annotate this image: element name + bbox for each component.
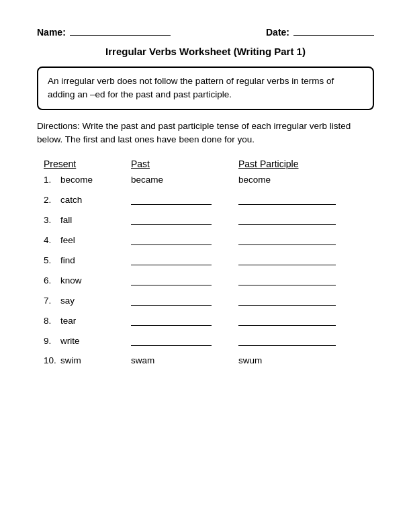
verb-present: become xyxy=(60,175,131,185)
verb-past-participle xyxy=(238,194,374,205)
table-row: 2.catch xyxy=(37,194,374,205)
verb-past xyxy=(131,255,238,265)
past-blank[interactable] xyxy=(131,194,212,205)
pp-blank[interactable] xyxy=(238,255,336,265)
date-input-line xyxy=(293,35,374,36)
pp-blank[interactable] xyxy=(238,295,336,306)
verb-number: 8. xyxy=(44,316,60,326)
name-field: Name: xyxy=(37,27,171,38)
pp-blank[interactable] xyxy=(238,194,336,205)
verb-number: 5. xyxy=(44,255,60,265)
table-row: 4.feel xyxy=(37,234,374,245)
verb-past xyxy=(131,234,238,245)
verb-past xyxy=(131,214,238,225)
name-input-line xyxy=(70,35,171,36)
verb-past-participle xyxy=(238,295,374,306)
table-row: 3.fall xyxy=(37,214,374,225)
verb-present: swim xyxy=(60,355,131,365)
verb-past-participle xyxy=(238,275,374,285)
column-header-past-participle: Past Participle xyxy=(238,159,374,169)
verb-past-participle xyxy=(238,255,374,265)
pp-blank[interactable] xyxy=(238,275,336,285)
verb-present: catch xyxy=(60,195,131,205)
column-header-present: Present xyxy=(44,159,131,169)
past-blank[interactable] xyxy=(131,275,212,285)
verb-number: 7. xyxy=(44,296,60,306)
info-box: An irregular verb does not follow the pa… xyxy=(37,66,374,110)
verb-past-participle xyxy=(238,214,374,225)
past-blank[interactable] xyxy=(131,295,212,306)
past-blank[interactable] xyxy=(131,214,212,225)
verb-past-participle: swum xyxy=(238,355,374,365)
table-row: 6.know xyxy=(37,275,374,285)
verb-number: 10. xyxy=(44,355,60,365)
pp-blank[interactable] xyxy=(238,335,336,346)
page-title: Irregular Verbs Worksheet (Writing Part … xyxy=(37,46,374,57)
pp-blank[interactable] xyxy=(238,315,336,326)
pp-blank[interactable] xyxy=(238,214,336,225)
table-row: 1.becomebecamebecome xyxy=(37,175,374,185)
verb-present: know xyxy=(60,275,131,285)
verb-past-participle: become xyxy=(238,175,374,185)
verb-number: 6. xyxy=(44,275,60,285)
table-row: 9.write xyxy=(37,335,374,346)
past-blank[interactable] xyxy=(131,315,212,326)
directions-text: Directions: Write the past and past part… xyxy=(37,120,374,147)
column-header-past: Past xyxy=(131,159,238,169)
verb-past xyxy=(131,275,238,285)
verb-past: became xyxy=(131,175,238,185)
past-blank[interactable] xyxy=(131,234,212,245)
verb-present: feel xyxy=(60,235,131,245)
verb-past xyxy=(131,194,238,205)
verb-present: find xyxy=(60,255,131,265)
past-blank[interactable] xyxy=(131,255,212,265)
table-row: 5.find xyxy=(37,255,374,265)
pp-blank[interactable] xyxy=(238,234,336,245)
verb-past: swam xyxy=(131,355,238,365)
verb-number: 2. xyxy=(44,195,60,205)
verb-present: say xyxy=(60,296,131,306)
verb-number: 3. xyxy=(44,215,60,225)
past-blank[interactable] xyxy=(131,335,212,346)
table-row: 7.say xyxy=(37,295,374,306)
verb-number: 9. xyxy=(44,336,60,346)
verb-past xyxy=(131,335,238,346)
verb-past-participle xyxy=(238,234,374,245)
table-row: 8.tear xyxy=(37,315,374,326)
verb-present: tear xyxy=(60,316,131,326)
verbs-list: 1.becomebecamebecome2.catch3.fall4.feel5… xyxy=(37,175,374,365)
verb-past xyxy=(131,295,238,306)
table-row: 10.swimswamswum xyxy=(37,355,374,365)
verb-past-participle xyxy=(238,315,374,326)
verb-present: fall xyxy=(60,215,131,225)
date-label: Date: xyxy=(266,27,289,38)
table-header: Present Past Past Participle xyxy=(37,159,374,169)
verb-number: 1. xyxy=(44,175,60,185)
verb-past xyxy=(131,315,238,326)
verb-present: write xyxy=(60,336,131,346)
name-label: Name: xyxy=(37,27,66,38)
verb-number: 4. xyxy=(44,235,60,245)
date-field: Date: xyxy=(266,27,374,38)
header: Name: Date: xyxy=(37,27,374,38)
verb-past-participle xyxy=(238,335,374,346)
